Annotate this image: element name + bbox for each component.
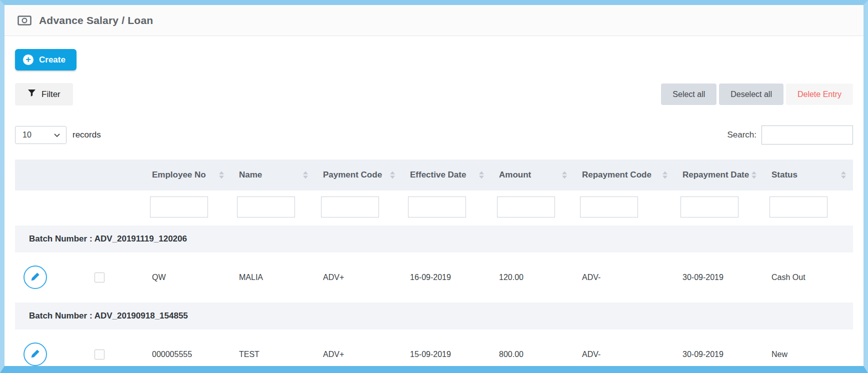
filter-input-payment-code[interactable] — [321, 196, 379, 218]
column-header-select — [55, 160, 144, 190]
pencil-icon — [30, 272, 40, 283]
create-button-label: Create — [39, 55, 66, 65]
page: Advance Salary / Loan + Create Filter Se… — [0, 0, 868, 373]
column-label: Effective Date — [410, 170, 466, 180]
column-header-edit — [15, 160, 55, 190]
sort-icon — [479, 172, 484, 179]
sort-icon — [390, 172, 395, 179]
sort-icon — [219, 172, 224, 179]
page-size-value: 10 — [22, 130, 32, 140]
column-label: Repayment Code — [582, 170, 652, 180]
cell-repayment-code: ADV- — [574, 330, 674, 373]
cell-amount: 800.00 — [491, 330, 574, 373]
deselect-all-button[interactable]: Deselect all — [719, 84, 784, 105]
filter-input-repayment-code[interactable] — [580, 196, 638, 218]
filter-cell-edit — [15, 190, 55, 224]
selection-buttons: Select all Deselect all Delete Entry — [661, 84, 853, 105]
filter-input-name[interactable] — [237, 196, 295, 218]
filter-cell-select — [55, 190, 144, 224]
cell-status: Cash Out — [764, 254, 853, 302]
page-size-select[interactable]: 10 — [15, 126, 66, 144]
sort-icon — [841, 172, 846, 179]
batch-label: Batch Number : ADV_20190918_154855 — [15, 302, 853, 330]
filter-input-employee-no[interactable] — [150, 196, 208, 218]
cell-repayment-date: 30-09-2019 — [674, 254, 764, 302]
sort-icon — [303, 172, 308, 179]
select-all-button[interactable]: Select all — [661, 84, 716, 105]
advance-salary-table: Employee No Name Payment Code Effective … — [15, 160, 853, 373]
cell-name: TEST — [231, 330, 315, 373]
edit-row-button[interactable] — [24, 266, 47, 289]
column-header-repayment-date[interactable]: Repayment Date — [674, 160, 764, 190]
column-header-name[interactable]: Name — [231, 160, 315, 190]
sort-icon — [662, 172, 668, 179]
funnel-icon — [28, 89, 36, 100]
records-row: 10 records Search: — [15, 126, 853, 144]
filter-input-status[interactable] — [770, 196, 828, 218]
chevron-down-icon — [54, 130, 60, 140]
sort-icon — [562, 172, 567, 179]
filter-input-amount[interactable] — [497, 196, 555, 218]
column-label: Status — [772, 170, 798, 180]
cell-status: New — [764, 330, 853, 373]
cell-amount: 120.00 — [491, 254, 574, 302]
table-row: QW MALIA ADV+ 16-09-2019 120.00 ADV- 30-… — [15, 254, 853, 302]
filter-input-repayment-date[interactable] — [680, 196, 738, 218]
delete-entry-button[interactable]: Delete Entry — [786, 84, 853, 105]
title-bar: Advance Salary / Loan — [4, 5, 864, 36]
batch-group-row: Batch Number : ADV_20190918_154855 — [15, 302, 853, 330]
filter-button[interactable]: Filter — [15, 83, 73, 106]
column-label: Payment Code — [323, 170, 382, 180]
cell-payment-code: ADV+ — [315, 330, 402, 373]
cell-name: MALIA — [231, 254, 315, 302]
table-row: 000005555 TEST ADV+ 15-09-2019 800.00 AD… — [15, 330, 853, 373]
search-input[interactable] — [762, 126, 853, 144]
cell-effective-date: 16-09-2019 — [402, 254, 491, 302]
batch-label: Batch Number : ADV_20191119_120206 — [15, 224, 853, 254]
cell-payment-code: ADV+ — [315, 254, 402, 302]
create-button[interactable]: + Create — [15, 49, 76, 70]
content: + Create Filter Select all Deselect all … — [4, 36, 864, 373]
column-header-repayment-code[interactable]: Repayment Code — [574, 160, 674, 190]
column-label: Repayment Date — [682, 170, 749, 180]
plus-circle-icon: + — [23, 54, 34, 65]
cell-repayment-code: ADV- — [574, 254, 674, 302]
column-header-status[interactable]: Status — [764, 160, 853, 190]
search-label: Search: — [727, 130, 756, 140]
column-header-amount[interactable]: Amount — [491, 160, 574, 190]
column-header-effective-date[interactable]: Effective Date — [402, 160, 491, 190]
column-label: Amount — [499, 170, 531, 180]
actions-row: Filter Select all Deselect all Delete En… — [15, 83, 853, 106]
edit-row-button[interactable] — [24, 342, 47, 366]
column-header-payment-code[interactable]: Payment Code — [315, 160, 402, 190]
cell-employee-no: 000005555 — [144, 330, 231, 373]
cell-employee-no: QW — [144, 254, 231, 302]
banknote-icon — [18, 16, 32, 26]
records-label: records — [72, 130, 101, 140]
filter-input-effective-date[interactable] — [408, 196, 466, 218]
column-header-employee-no[interactable]: Employee No — [144, 160, 231, 190]
column-label: Name — [239, 170, 262, 180]
cell-repayment-date: 30-09-2019 — [674, 330, 764, 373]
pencil-icon — [30, 349, 40, 360]
filter-button-label: Filter — [42, 90, 60, 100]
cell-effective-date: 15-09-2019 — [402, 330, 491, 373]
row-checkbox[interactable] — [94, 350, 104, 360]
column-label: Employee No — [152, 170, 206, 180]
sort-icon — [752, 172, 756, 179]
row-checkbox[interactable] — [94, 272, 104, 282]
page-title: Advance Salary / Loan — [39, 14, 153, 26]
batch-group-row: Batch Number : ADV_20191119_120206 — [15, 224, 853, 254]
